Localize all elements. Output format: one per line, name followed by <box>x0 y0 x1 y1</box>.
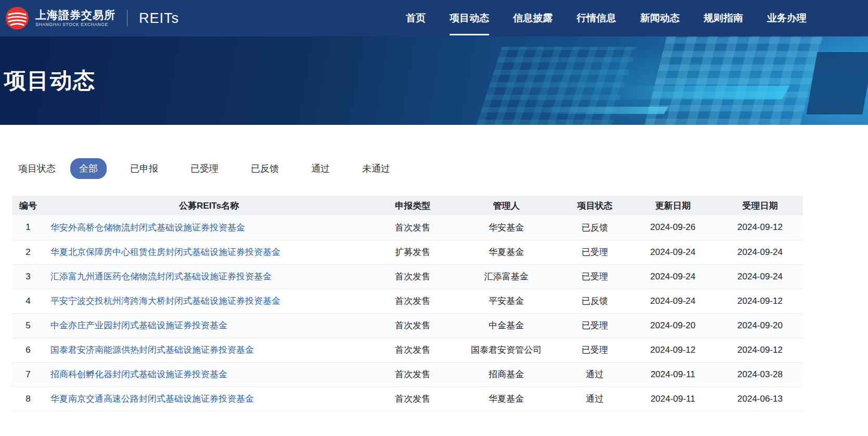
fund-link[interactable]: 国泰君安济南能源供热封闭式基础设施证券投资基金 <box>50 345 254 355</box>
cell-no: 7 <box>12 362 44 387</box>
table-header: 编号公募REITs名称申报类型管理人项目状态更新日期受理日期 <box>12 196 803 215</box>
nav-item-4[interactable]: 新闻动态 <box>640 0 680 36</box>
cell-status: 通过 <box>561 362 629 387</box>
cell-manager: 华夏基金 <box>452 240 561 264</box>
filter-option-4[interactable]: 通过 <box>302 158 339 179</box>
cell-manager: 中金基金 <box>452 313 561 338</box>
filter-option-2[interactable]: 已受理 <box>182 158 227 179</box>
sse-logo-icon[interactable] <box>5 6 29 30</box>
cell-status: 已受理 <box>561 240 629 264</box>
cell-type: 首次发售 <box>374 264 452 289</box>
cell-accepted: 2024-09-20 <box>717 313 803 338</box>
brand: 上海證券交易所 SHANGHAI STOCK EXCHANGE REITs <box>5 6 179 30</box>
nav-item-6[interactable]: 业务办理 <box>767 0 807 36</box>
fund-link[interactable]: 招商科创孵化器封闭式基础设施证券投资基金 <box>50 369 227 379</box>
fund-link[interactable]: 华夏北京保障房中心租赁住房封闭式基础设施证券投资基金 <box>50 247 280 257</box>
cell-manager: 华安基金 <box>452 215 561 240</box>
column-header-3: 管理人 <box>452 196 561 215</box>
cell-manager: 平安基金 <box>452 289 561 313</box>
cell-name: 招商科创孵化器封闭式基础设施证券投资基金 <box>44 362 374 387</box>
table-row: 2华夏北京保障房中心租赁住房封闭式基础设施证券投资基金扩募发售华夏基金已受理20… <box>12 240 803 264</box>
cell-updated: 2024-09-12 <box>629 338 717 362</box>
column-header-4: 项目状态 <box>561 196 629 215</box>
cell-type: 扩募发售 <box>374 240 452 264</box>
banner-decoration <box>477 47 637 125</box>
cell-status: 通过 <box>561 387 629 411</box>
table-row: 1华安外高桥仓储物流封闭式基础设施证券投资基金首次发售华安基金已反馈2024-0… <box>12 215 803 240</box>
cell-status: 已受理 <box>561 338 629 362</box>
cell-updated: 2024-09-26 <box>629 215 717 240</box>
banner-decoration <box>539 107 668 114</box>
table-row: 5中金亦庄产业园封闭式基础设施证券投资基金首次发售中金基金已受理2024-09-… <box>12 313 803 338</box>
cell-name: 华安外高桥仓储物流封闭式基础设施证券投资基金 <box>44 215 374 240</box>
brand-text: 上海證券交易所 SHANGHAI STOCK EXCHANGE <box>35 9 116 27</box>
banner-decoration <box>645 36 823 125</box>
top-nav: 上海證券交易所 SHANGHAI STOCK EXCHANGE REITs 首页… <box>0 0 868 36</box>
cell-manager: 招商基金 <box>452 362 561 387</box>
cell-no: 4 <box>12 289 44 313</box>
cell-updated: 2024-09-20 <box>629 313 717 338</box>
nav-item-1[interactable]: 项目动态 <box>450 0 489 36</box>
table-row: 8华夏南京交通高速公路封闭式基础设施证券投资基金首次发售华夏基金通过2024-0… <box>12 387 803 411</box>
table-row: 4平安宁波交投杭州湾跨海大桥封闭式基础设施证券投资基金首次发售平安基金已反馈20… <box>12 289 803 313</box>
cell-updated: 2024-09-24 <box>629 289 717 313</box>
cell-name: 国泰君安济南能源供热封闭式基础设施证券投资基金 <box>44 338 374 362</box>
fund-link[interactable]: 平安宁波交投杭州湾跨海大桥封闭式基础设施证券投资基金 <box>50 296 280 306</box>
cell-type: 首次发售 <box>374 362 452 387</box>
nav-item-3[interactable]: 行情信息 <box>577 0 616 36</box>
cell-manager: 国泰君安资管公司 <box>452 338 561 362</box>
status-filter-label: 项目状态 <box>18 162 56 175</box>
cell-no: 1 <box>12 215 44 240</box>
cell-status: 已受理 <box>561 313 629 338</box>
cell-status: 已反馈 <box>561 215 629 240</box>
brand-name-en: SHANGHAI STOCK EXCHANGE <box>35 22 116 27</box>
nav-item-5[interactable]: 规则指南 <box>704 0 743 36</box>
table-row: 7招商科创孵化器封闭式基础设施证券投资基金首次发售招商基金通过2024-09-1… <box>12 362 803 387</box>
fund-link[interactable]: 华安外高桥仓储物流封闭式基础设施证券投资基金 <box>50 223 245 233</box>
status-filter-bar: 项目状态 全部已申报已受理已反馈通过未通过 <box>18 158 803 179</box>
brand-product-reits: REITs <box>139 10 179 27</box>
cell-type: 首次发售 <box>374 289 452 313</box>
column-header-1: 公募REITs名称 <box>44 196 374 215</box>
cell-name: 华夏南京交通高速公路封闭式基础设施证券投资基金 <box>44 387 374 411</box>
filter-option-5[interactable]: 未通过 <box>353 158 399 179</box>
filter-option-3[interactable]: 已反馈 <box>242 158 288 179</box>
projects-table: 编号公募REITs名称申报类型管理人项目状态更新日期受理日期 1华安外高桥仓储物… <box>12 196 803 412</box>
cell-name: 华夏北京保障房中心租赁住房封闭式基础设施证券投资基金 <box>44 240 374 264</box>
banner-decoration <box>806 52 868 114</box>
cell-updated: 2024-09-24 <box>629 264 717 289</box>
fund-link[interactable]: 华夏南京交通高速公路封闭式基础设施证券投资基金 <box>50 394 254 404</box>
hero-banner: 项目动态 <box>0 36 868 125</box>
filter-option-1[interactable]: 已申报 <box>121 158 167 179</box>
cell-name: 中金亦庄产业园封闭式基础设施证券投资基金 <box>44 313 374 338</box>
column-header-0: 编号 <box>12 196 44 215</box>
cell-updated: 2024-09-11 <box>629 387 717 411</box>
status-filter-options: 全部已申报已受理已反馈通过未通过 <box>70 158 414 179</box>
column-header-5: 更新日期 <box>629 196 717 215</box>
filter-option-0[interactable]: 全部 <box>70 158 107 179</box>
cell-updated: 2024-09-11 <box>629 362 717 387</box>
cell-accepted: 2024-09-12 <box>717 215 803 240</box>
brand-name-cn: 上海證券交易所 <box>35 9 116 21</box>
cell-type: 首次发售 <box>374 387 452 411</box>
cell-no: 2 <box>12 240 44 264</box>
cell-updated: 2024-09-24 <box>629 240 717 264</box>
fund-link[interactable]: 中金亦庄产业园封闭式基础设施证券投资基金 <box>50 320 227 330</box>
cell-type: 首次发售 <box>374 215 452 240</box>
main-content: 项目状态 全部已申报已受理已反馈通过未通过 编号公募REITs名称申报类型管理人… <box>12 158 803 412</box>
cell-no: 5 <box>12 313 44 338</box>
nav-item-0[interactable]: 首页 <box>406 0 426 36</box>
column-header-2: 申报类型 <box>374 196 452 215</box>
table-row: 6国泰君安济南能源供热封闭式基础设施证券投资基金首次发售国泰君安资管公司已受理2… <box>12 338 803 362</box>
column-header-6: 受理日期 <box>717 196 803 215</box>
banner-decoration <box>458 36 868 125</box>
cell-name: 平安宁波交投杭州湾跨海大桥封闭式基础设施证券投资基金 <box>44 289 374 313</box>
cell-name: 汇添富九州通医药仓储物流封闭式基础设施证券投资基金 <box>44 264 374 289</box>
cell-type: 首次发售 <box>374 338 452 362</box>
banner-decoration <box>610 86 789 99</box>
nav-item-2[interactable]: 信息披露 <box>513 0 553 36</box>
cell-no: 3 <box>12 264 44 289</box>
cell-no: 8 <box>12 387 44 411</box>
fund-link[interactable]: 汇添富九州通医药仓储物流封闭式基础设施证券投资基金 <box>50 272 272 281</box>
main-nav: 首页项目动态信息披露行情信息新闻动态规则指南业务办理 <box>406 0 807 36</box>
